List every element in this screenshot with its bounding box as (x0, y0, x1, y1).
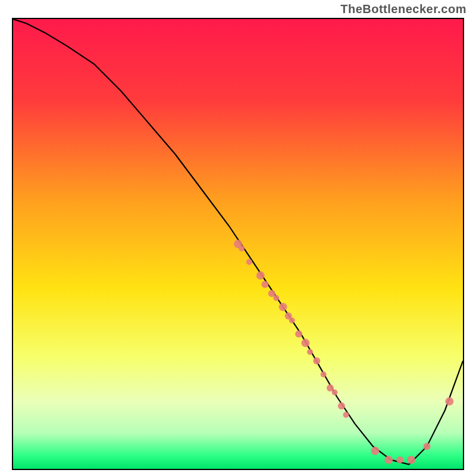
data-marker (371, 447, 380, 455)
data-marker (338, 402, 345, 409)
data-marker (343, 412, 349, 418)
data-marker (321, 371, 327, 377)
data-marker (279, 303, 287, 311)
chart-area (12, 18, 464, 470)
data-marker (396, 456, 403, 464)
attribution-text: TheBottlenecker.com (340, 2, 466, 16)
data-marker (246, 259, 252, 265)
data-marker (295, 330, 302, 337)
data-marker (424, 443, 431, 450)
data-marker (307, 349, 313, 355)
data-marker (261, 281, 268, 288)
data-marker (332, 390, 338, 396)
data-marker (289, 318, 295, 324)
data-marker (273, 295, 279, 301)
data-marker (313, 358, 320, 365)
data-marker (301, 339, 309, 347)
data-marker (407, 456, 415, 464)
markers-group (234, 240, 453, 464)
data-marker (384, 456, 393, 464)
data-marker (239, 246, 245, 252)
data-marker (445, 397, 453, 406)
data-marker (256, 271, 265, 280)
